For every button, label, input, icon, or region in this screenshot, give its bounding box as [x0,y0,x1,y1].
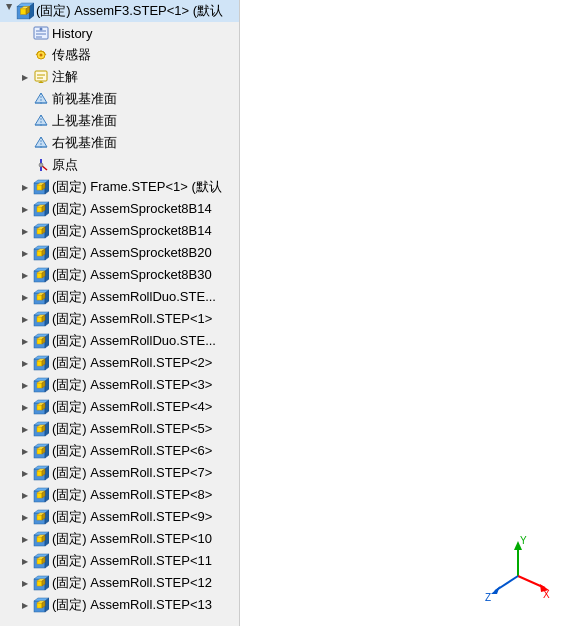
tree-item-label: (固定) AssemRoll.STEP<1> [52,310,239,328]
tree-item[interactable]: ▶ (固定) AssemRoll.STEP<13 [0,594,239,616]
expand-btn[interactable] [18,92,32,106]
svg-rect-50 [37,251,42,256]
tree-item[interactable]: ▶ (固定) AssemRollDuo.STE... [0,330,239,352]
tree-item[interactable]: ▶ (固定) AssemSprocket8B14 [0,220,239,242]
tree-item[interactable]: ▶ (固定) AssemRoll.STEP<7> [0,462,239,484]
tree-item-label: (固定) AssemSprocket8B14 [52,200,239,218]
tree-panel[interactable]: ▶ (固定) AssemF3.STEP<1> (默认 History [0,0,240,626]
tree-item[interactable]: ▶ (固定) AssemRoll.STEP<6> [0,440,239,462]
expand-btn[interactable]: ▶ [18,554,32,568]
expand-btn[interactable] [18,26,32,40]
tree-item[interactable]: ▶ (固定) AssemRollDuo.STE... [0,286,239,308]
tree-item[interactable]: ▶ (固定) AssemRoll.STEP<1> [0,308,239,330]
tree-item-label: (固定) AssemRollDuo.STE... [52,288,239,306]
expand-btn[interactable]: ▶ [18,70,32,84]
tree-item[interactable]: ▶ (固定) AssemRoll.STEP<4> [0,396,239,418]
svg-rect-110 [37,471,42,476]
expand-btn[interactable]: ▶ [18,576,32,590]
svg-text:Y: Y [520,536,527,546]
expand-btn[interactable]: ▶ [18,268,32,282]
tree-item-label: (固定) AssemRoll.STEP<6> [52,442,239,460]
expand-btn[interactable]: ▶ [18,290,32,304]
expand-btn[interactable]: ▶ [18,224,32,238]
tree-item-label: (固定) AssemRoll.STEP<2> [52,354,239,372]
svg-rect-74 [37,339,42,344]
svg-rect-128 [37,537,42,542]
tree-item[interactable]: History [0,22,239,44]
tree-item[interactable]: 右视基准面 [0,132,239,154]
cube-color-icon [32,244,50,262]
tree-item[interactable]: ▶ (固定) AssemRoll.STEP<3> [0,374,239,396]
tree-item[interactable]: ▶ (固定) AssemRoll.STEP<12 [0,572,239,594]
expand-btn[interactable]: ▶ [18,312,32,326]
svg-rect-44 [37,229,42,234]
plane-icon [32,134,50,152]
expand-btn[interactable]: ▶ [18,334,32,348]
svg-rect-38 [37,207,42,212]
tree-items-container: History 传感器▶ 注解 前视基准面 上视基准面 右视基准面 原点 [0,22,239,616]
cube-color-icon [32,574,50,592]
tree-item-label: (固定) AssemRoll.STEP<11 [52,552,239,570]
tree-item-label: (固定) AssemRoll.STEP<7> [52,464,239,482]
cube-color-icon [32,530,50,548]
expand-root[interactable]: ▶ [2,4,16,18]
expand-btn[interactable] [18,114,32,128]
svg-text:X: X [543,589,550,600]
tree-item[interactable]: ▶ (固定) AssemRoll.STEP<10 [0,528,239,550]
expand-btn[interactable]: ▶ [18,356,32,370]
tree-root[interactable]: ▶ (固定) AssemF3.STEP<1> (默认 [0,0,239,22]
expand-btn[interactable]: ▶ [18,202,32,216]
tree-item[interactable]: 上视基准面 [0,110,239,132]
svg-rect-62 [37,295,42,300]
tree-item-label: 原点 [52,156,239,174]
svg-rect-56 [37,273,42,278]
tree-item[interactable]: 传感器 [0,44,239,66]
cube-color-icon [32,486,50,504]
cube-color-icon [32,596,50,614]
expand-btn[interactable] [18,48,32,62]
expand-btn[interactable]: ▶ [18,422,32,436]
tree-item-label: (固定) AssemSprocket8B14 [52,222,239,240]
expand-btn[interactable] [18,158,32,172]
tree-item[interactable]: ▶ (固定) AssemRoll.STEP<11 [0,550,239,572]
svg-rect-98 [37,427,42,432]
tree-item[interactable]: ▶ (固定) AssemSprocket8B20 [0,242,239,264]
expand-btn[interactable]: ▶ [18,378,32,392]
tree-item[interactable]: ▶ (固定) AssemSprocket8B14 [0,198,239,220]
tree-item[interactable]: ▶ (固定) AssemRoll.STEP<8> [0,484,239,506]
expand-btn[interactable]: ▶ [18,532,32,546]
expand-btn[interactable]: ▶ [18,466,32,480]
tree-item[interactable]: ▶ (固定) AssemRoll.STEP<9> [0,506,239,528]
tree-item[interactable]: 前视基准面 [0,88,239,110]
expand-btn[interactable]: ▶ [18,488,32,502]
tree-item-label: (固定) AssemRoll.STEP<8> [52,486,239,504]
tree-item-label: (固定) AssemRoll.STEP<9> [52,508,239,526]
tree-item-label: (固定) AssemRoll.STEP<3> [52,376,239,394]
svg-rect-122 [37,515,42,520]
tree-item[interactable]: ▶ (固定) AssemRoll.STEP<2> [0,352,239,374]
svg-rect-86 [37,383,42,388]
tree-item-label: 上视基准面 [52,112,239,130]
expand-btn[interactable]: ▶ [18,598,32,612]
plane-icon [32,90,50,108]
expand-btn[interactable] [18,136,32,150]
svg-rect-116 [37,493,42,498]
cube-color-icon [32,200,50,218]
cube-color-icon [32,354,50,372]
tree-item[interactable]: ▶ 注解 [0,66,239,88]
expand-btn[interactable]: ▶ [18,180,32,194]
tree-item-label: (固定) AssemRoll.STEP<12 [52,574,239,592]
svg-point-10 [40,28,43,31]
tree-item[interactable]: ▶ (固定) AssemSprocket8B30 [0,264,239,286]
tree-item-label: (固定) AssemRoll.STEP<10 [52,530,239,548]
tree-item-label: 传感器 [52,46,239,64]
expand-btn[interactable]: ▶ [18,246,32,260]
expand-btn[interactable]: ▶ [18,444,32,458]
tree-item[interactable]: ▶ (固定) Frame.STEP<1> (默认 [0,176,239,198]
tree-item[interactable]: ▶ (固定) AssemRoll.STEP<5> [0,418,239,440]
expand-btn[interactable]: ▶ [18,400,32,414]
cube-color-icon [32,332,50,350]
svg-rect-80 [37,361,42,366]
tree-item[interactable]: 原点 [0,154,239,176]
expand-btn[interactable]: ▶ [18,510,32,524]
